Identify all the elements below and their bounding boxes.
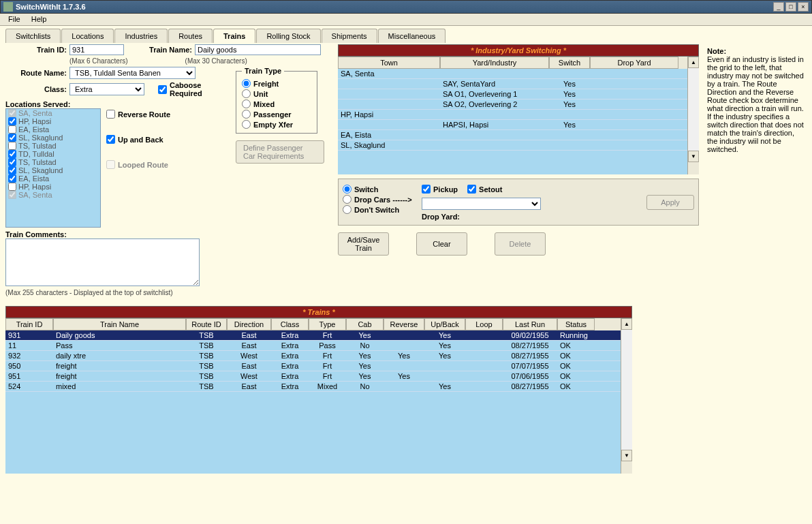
scroll-up-icon[interactable]: ▲ [621, 318, 632, 330]
location-item[interactable]: EA, Eista [6, 174, 100, 183]
train-name-hint: (Max 30 Characters) [185, 57, 247, 65]
table-row[interactable]: SA O2, Overlevering 2Yes [338, 99, 687, 110]
tab-rolling-stock[interactable]: Rolling Stock [256, 29, 320, 43]
table-row[interactable]: 931Daily goodsTSBEastExtraFrtYesYes09/02… [5, 330, 621, 341]
reverse-route-label: Reverse Route [118, 110, 170, 119]
drop-cars-select[interactable] [422, 198, 541, 210]
col-header[interactable]: Drop Yard [590, 57, 678, 69]
looped-route-label: Looped Route [118, 161, 168, 169]
delete-button[interactable]: Delete [495, 232, 546, 256]
col-header[interactable]: Up/Back [424, 318, 465, 330]
add-save-button[interactable]: Add/Save Train [338, 232, 389, 256]
location-item[interactable]: SA, Senta [6, 109, 100, 117]
location-item[interactable]: TS, Tulstad [6, 158, 100, 166]
trains-grid-title: * Trains * [5, 306, 632, 318]
note-text: Even if an industry is listed in the gri… [707, 55, 804, 153]
class-select[interactable]: Extra [69, 83, 144, 95]
train-id-label: Train ID: [5, 46, 67, 54]
col-header[interactable]: Class [271, 318, 309, 330]
col-header[interactable]: Type [309, 318, 346, 330]
table-row[interactable]: SL, Skaglund [338, 140, 687, 151]
table-row[interactable]: 524mixedTSBEastExtraMixedNoYes08/27/1955… [5, 382, 621, 392]
trains-scrollbar[interactable]: ▲ ▼ [621, 318, 632, 474]
train-type-mixed[interactable]: Mixed [242, 99, 311, 108]
col-header[interactable]: Reverse [384, 318, 424, 330]
scroll-down-icon[interactable]: ▼ [688, 151, 699, 162]
col-header[interactable]: Train Name [53, 318, 186, 330]
location-item[interactable]: HP, Hapsi [6, 183, 100, 191]
minimize-button[interactable]: _ [773, 2, 784, 12]
switch-radio-1[interactable]: Drop Cars ------> [343, 195, 418, 204]
table-row[interactable]: HP, Hapsi [338, 110, 687, 120]
location-item[interactable]: EA, Eista [6, 125, 100, 134]
col-header[interactable]: Direction [227, 318, 271, 330]
maximize-button[interactable]: □ [785, 2, 796, 12]
col-header[interactable]: Last Run [503, 318, 557, 330]
location-item[interactable]: HP, Hapsi [6, 117, 100, 125]
col-header[interactable]: Train ID [5, 318, 53, 330]
define-passenger-btn[interactable]: Define Passenger Car Requirements [236, 140, 324, 164]
apply-button[interactable]: Apply [646, 195, 694, 210]
tab-switchlists[interactable]: Switchlists [5, 29, 61, 43]
location-item[interactable]: TS, Tulstad [6, 142, 100, 150]
clear-button[interactable]: Clear [416, 232, 467, 256]
location-item[interactable]: SA, Senta [6, 191, 100, 199]
train-type-fieldset: Train Type FreightUnitMixedPassengerEmpt… [236, 67, 317, 134]
main-tabs: SwitchlistsLocationsIndustriesRoutesTrai… [5, 29, 807, 43]
table-row[interactable]: 950freightTSBEastExtraFrtYes07/07/1955OK [5, 361, 621, 371]
train-name-input[interactable] [195, 44, 321, 55]
col-header[interactable]: Loop [465, 318, 503, 330]
switch-radio-0[interactable]: Switch [343, 185, 418, 194]
up-back-checkbox[interactable] [106, 135, 115, 144]
note-panel: Note: Even if an industry is listed in t… [704, 44, 807, 296]
comments-textarea[interactable] [5, 238, 200, 286]
train-id-input[interactable] [69, 44, 124, 55]
comments-hint: (Max 255 characters - Displayed at the t… [5, 289, 230, 296]
table-row[interactable]: 932daily xtreTSBWestExtraFrtYesYesYes08/… [5, 351, 621, 361]
location-item[interactable]: TD, Tulldal [6, 150, 100, 158]
scroll-down-icon[interactable]: ▼ [621, 450, 632, 461]
table-row[interactable]: 951freightTSBWestExtraFrtYesYes07/06/195… [5, 371, 621, 382]
industry-grid-title: * Industry/Yard Switching * [338, 44, 699, 57]
col-header[interactable]: Cab [346, 318, 384, 330]
close-button[interactable]: × [798, 2, 809, 12]
train-type-legend: Train Type [242, 67, 284, 75]
table-row[interactable]: 11PassTSBEastExtraPassNoYes08/27/1955OK [5, 341, 621, 351]
location-item[interactable]: SL, Skaglund [6, 166, 100, 174]
tab-trains[interactable]: Trains [213, 29, 255, 43]
route-name-select[interactable]: TSB, Tuldall Senta Banen [69, 67, 196, 79]
table-row[interactable]: EA, Eista [338, 130, 687, 140]
col-header[interactable]: Status [557, 318, 595, 330]
tab-shipments[interactable]: Shipments [322, 29, 377, 43]
table-row[interactable]: SAY, SentaYardYes [338, 79, 687, 89]
switch-radio-2[interactable]: Don't Switch [343, 205, 418, 214]
scroll-up-icon[interactable]: ▲ [688, 57, 699, 68]
locations-listbox[interactable]: SA, SentaHP, HapsiEA, EistaSL, SkaglundT… [5, 108, 101, 228]
menu-help[interactable]: Help [26, 14, 52, 25]
train-id-hint: (Max 6 Characters) [69, 57, 128, 65]
train-type-empty-xfer[interactable]: Empty Xfer [242, 120, 311, 129]
table-row[interactable]: HAPSI, HapsiYes [338, 120, 687, 130]
table-row[interactable]: SA, Senta [338, 69, 687, 79]
col-header[interactable]: Town [338, 57, 440, 69]
comments-label: Train Comments: [5, 230, 230, 238]
titlebar: SwitchWithIt 1.7.3.6 _ □ × [0, 0, 812, 14]
caboose-checkbox[interactable] [158, 85, 167, 94]
tab-routes[interactable]: Routes [168, 29, 213, 43]
location-item[interactable]: SL, Skaglund [6, 134, 100, 142]
setout-checkbox[interactable] [467, 185, 476, 194]
col-header[interactable]: Route ID [186, 318, 227, 330]
pickup-checkbox[interactable] [422, 185, 431, 194]
tab-miscellaneous[interactable]: Miscellaneous [378, 29, 446, 43]
menu-file[interactable]: File [3, 14, 26, 25]
tab-locations[interactable]: Locations [61, 29, 114, 43]
col-header[interactable]: Switch [549, 57, 590, 69]
col-header[interactable]: Yard/Industry [440, 57, 549, 69]
train-type-passenger[interactable]: Passenger [242, 110, 311, 119]
reverse-route-checkbox[interactable] [106, 110, 115, 119]
train-type-freight[interactable]: Freight [242, 79, 311, 88]
ind-scrollbar[interactable]: ▲ ▼ [687, 57, 699, 174]
train-type-unit[interactable]: Unit [242, 89, 311, 98]
tab-industries[interactable]: Industries [114, 29, 168, 43]
table-row[interactable]: SA O1, Overlevering 1Yes [338, 89, 687, 99]
